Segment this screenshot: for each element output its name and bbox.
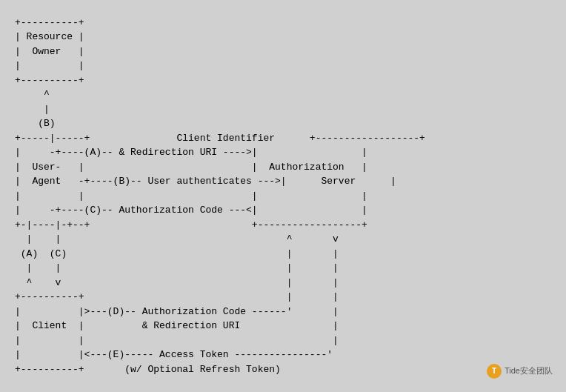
diagram-container: +----------+ | Resource | | Owner | | | … (0, 0, 566, 392)
watermark: T Tide安全团队 (487, 364, 553, 379)
diagram-text: +----------+ | Resource | | Owner | | | … (15, 16, 551, 377)
watermark-text: Tide安全团队 (505, 365, 553, 377)
watermark-logo: T (487, 364, 502, 379)
